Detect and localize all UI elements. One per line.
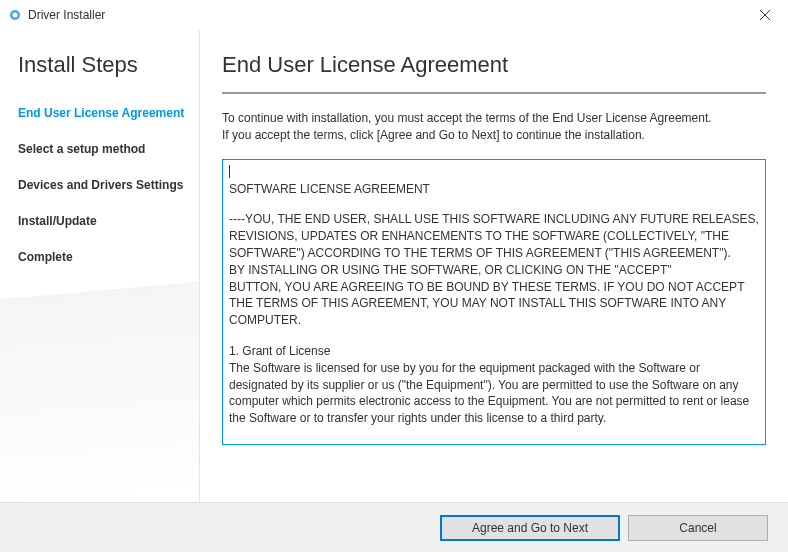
titlebar: Driver Installer: [0, 0, 788, 30]
license-section-1-body: The Software is licensed for use by you …: [229, 360, 759, 427]
app-icon: [8, 8, 22, 22]
license-section-2-title: 2. Duration: [229, 441, 759, 445]
title-divider: [222, 92, 766, 94]
text-caret: [229, 165, 230, 178]
sidebar-title: Install Steps: [18, 52, 199, 78]
step-devices-drivers: Devices and Drivers Settings: [18, 178, 199, 192]
step-install-update: Install/Update: [18, 214, 199, 228]
svg-point-1: [13, 13, 18, 18]
step-setup-method: Select a setup method: [18, 142, 199, 156]
sidebar: Install Steps End User License Agreement…: [0, 30, 200, 502]
instructions: To continue with installation, you must …: [222, 110, 766, 145]
license-textbox[interactable]: SOFTWARE LICENSE AGREEMENT ----YOU, THE …: [222, 159, 766, 445]
page-title: End User License Agreement: [222, 52, 766, 78]
step-complete: Complete: [18, 250, 199, 264]
instruction-line-1: To continue with installation, you must …: [222, 111, 712, 125]
instruction-line-2: If you accept the terms, click [Agree an…: [222, 128, 645, 142]
license-intro-3: BUTTON, YOU ARE AGREEING TO BE BOUND BY …: [229, 279, 759, 329]
license-intro-2: BY INSTALLING OR USING THE SOFTWARE, OR …: [229, 262, 759, 279]
cancel-button[interactable]: Cancel: [628, 515, 768, 541]
license-heading: SOFTWARE LICENSE AGREEMENT: [229, 181, 759, 198]
main-panel: End User License Agreement To continue w…: [200, 30, 788, 502]
close-button[interactable]: [742, 0, 788, 30]
step-eula: End User License Agreement: [18, 106, 199, 120]
license-section-1-title: 1. Grant of License: [229, 343, 759, 360]
agree-next-button[interactable]: Agree and Go to Next: [440, 515, 620, 541]
window-title: Driver Installer: [28, 8, 742, 22]
content-area: Install Steps End User License Agreement…: [0, 30, 788, 502]
footer: Agree and Go to Next Cancel: [0, 502, 788, 552]
license-intro-1: ----YOU, THE END USER, SHALL USE THIS SO…: [229, 211, 759, 261]
